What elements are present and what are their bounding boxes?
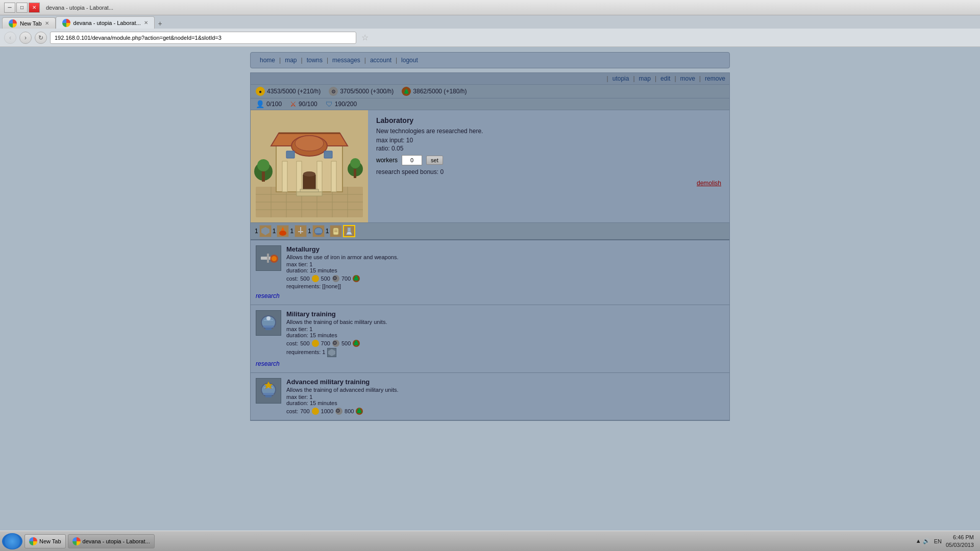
slot-6-active[interactable]	[343, 225, 355, 237]
taskbar: New Tab devana - utopia - Laborat... ▲ 🔊…	[0, 531, 980, 551]
taskbar-new-tab-label: New Tab	[39, 538, 61, 544]
top-link-remove[interactable]: remove	[705, 75, 725, 82]
building-area: Laboratory New technologies are research…	[251, 110, 729, 222]
military-wood-icon: 🌲	[353, 340, 360, 347]
address-bar: ‹ › ↻ ☆	[0, 29, 980, 47]
svg-marker-44	[346, 232, 352, 235]
military-req-icon	[327, 348, 336, 357]
svg-rect-46	[261, 257, 271, 260]
military-row: Military training Allows the training of…	[256, 310, 724, 357]
military-research-link[interactable]: research	[256, 360, 280, 367]
slot-3[interactable]	[295, 225, 307, 237]
taskbar-chrome-icon	[29, 537, 37, 545]
slot-4[interactable]	[312, 225, 325, 237]
workers-input[interactable]	[402, 155, 422, 165]
main-panel: | utopia | map | edit | move | remove ●	[250, 72, 730, 421]
svg-rect-39	[316, 233, 321, 235]
metallurgy-desc: Allows the use of iron in armor and weap…	[286, 254, 724, 260]
start-orb	[5, 534, 20, 549]
browser-window: ─ □ ✕ devana - utopia - Laborat... New T…	[0, 0, 980, 531]
forward-button[interactable]: ›	[19, 32, 32, 44]
advanced-duration: duration: 15 minutes	[286, 400, 724, 406]
advanced-row: Advanced military training Allows the tr…	[256, 378, 724, 415]
building-image	[251, 110, 368, 222]
svg-rect-16	[282, 161, 287, 192]
tab-new-close[interactable]: ✕	[45, 20, 49, 26]
game-page: home | map | towns | messages | account …	[250, 47, 730, 426]
iron-value: 3705/5000 (+300/h)	[340, 88, 394, 95]
reload-button[interactable]: ↻	[35, 32, 47, 44]
tab-game[interactable]: devana - utopia - Laborat... ✕	[56, 16, 155, 29]
advanced-name: Advanced military training	[286, 378, 724, 386]
nav-home[interactable]: home	[257, 56, 278, 65]
address-input[interactable]	[50, 32, 356, 44]
language-indicator: EN	[934, 538, 942, 544]
maximize-button[interactable]: □	[16, 3, 28, 13]
metallurgy-tier: max tier: 1	[286, 261, 724, 267]
building-ratio: ratio: 0.05	[376, 145, 721, 152]
svg-rect-59	[265, 395, 272, 397]
iron-resource: ⚙ 3705/5000 (+300/h)	[329, 87, 394, 96]
slot-5[interactable]	[330, 225, 342, 237]
close-button[interactable]: ✕	[29, 3, 40, 13]
military-desc: Allows the training of basic military un…	[286, 319, 724, 325]
svg-rect-36	[298, 231, 303, 232]
svg-rect-17	[297, 161, 302, 192]
minimize-button[interactable]: ─	[4, 3, 15, 13]
research-speed-stat: research speed bonus: 0	[376, 168, 721, 176]
back-button[interactable]: ‹	[4, 32, 16, 44]
research-item-metallurgy: Metallurgy Allows the use of iron in arm…	[251, 240, 729, 305]
window-controls: ─ □ ✕	[4, 3, 40, 13]
tab-new[interactable]: New Tab ✕	[2, 17, 56, 29]
demolish-row: demolish	[376, 180, 721, 187]
military-requirements: requirements: 1	[286, 348, 724, 357]
resources-bar: ● 4353/5000 (+210/h) ⚙ 3705/5000 (+300/h…	[251, 85, 729, 98]
nav-account[interactable]: account	[367, 56, 395, 65]
metallurgy-research-link[interactable]: research	[256, 292, 280, 299]
svg-rect-53	[263, 325, 274, 328]
slot-2[interactable]	[277, 225, 289, 237]
bookmark-icon[interactable]: ☆	[361, 33, 369, 42]
slot-lab-icon	[343, 225, 355, 237]
tab-game-close[interactable]: ✕	[144, 20, 148, 26]
advanced-details: Advanced military training Allows the tr…	[286, 378, 724, 415]
start-button[interactable]	[2, 533, 22, 549]
set-button[interactable]: set	[426, 156, 443, 165]
browser-titlebar: ─ □ ✕ devana - utopia - Laborat...	[0, 0, 980, 15]
top-link-map[interactable]: map	[639, 75, 651, 82]
top-link-utopia[interactable]: utopia	[612, 75, 629, 82]
gold-icon: ●	[256, 87, 265, 96]
svg-rect-22	[286, 151, 295, 158]
demolish-button[interactable]: demolish	[697, 180, 721, 187]
taskbar-right: ▲ 🔊 EN 6:46 PM 05/03/2013	[916, 534, 978, 548]
taskbar-browser[interactable]: devana - utopia - Laborat...	[68, 534, 155, 548]
browser-content: home | map | towns | messages | account …	[0, 47, 980, 531]
workers-row: workers set	[376, 155, 721, 165]
top-link-move[interactable]: move	[680, 75, 695, 82]
new-tab-button[interactable]: +	[155, 18, 166, 29]
stats-bar: 👤 0/100 ⚔ 90/100 🛡 190/	[251, 98, 729, 110]
building-name: Laboratory	[376, 116, 721, 124]
nav-towns[interactable]: towns	[304, 56, 326, 65]
nav-map[interactable]: map	[282, 56, 300, 65]
svg-point-33	[279, 231, 286, 236]
top-link-edit[interactable]: edit	[660, 75, 670, 82]
taskbar-icons: ▲ 🔊	[916, 538, 930, 544]
research-list: Metallurgy Allows the use of iron in arm…	[251, 240, 729, 420]
defense-value: 190/200	[335, 101, 357, 108]
wood-value: 3862/5000 (+180/h)	[413, 88, 467, 95]
slot-1[interactable]	[259, 225, 272, 237]
defense-stat: 🛡 190/200	[326, 100, 357, 108]
nav-logout[interactable]: logout	[398, 56, 421, 65]
advanced-icon	[256, 378, 281, 404]
slot-number-2: 1	[273, 228, 276, 235]
metallurgy-duration: duration: 15 minutes	[286, 267, 724, 273]
svg-rect-47	[267, 254, 269, 263]
advanced-desc: Allows the training of advanced military…	[286, 387, 724, 393]
svg-point-21	[303, 171, 315, 177]
nav-messages[interactable]: messages	[329, 56, 363, 65]
population-stat: 👤 0/100	[256, 100, 282, 108]
gold-value: 4353/5000 (+210/h)	[267, 88, 321, 95]
taskbar-new-tab[interactable]: New Tab	[24, 534, 66, 548]
building-info: Laboratory New technologies are research…	[368, 110, 729, 222]
